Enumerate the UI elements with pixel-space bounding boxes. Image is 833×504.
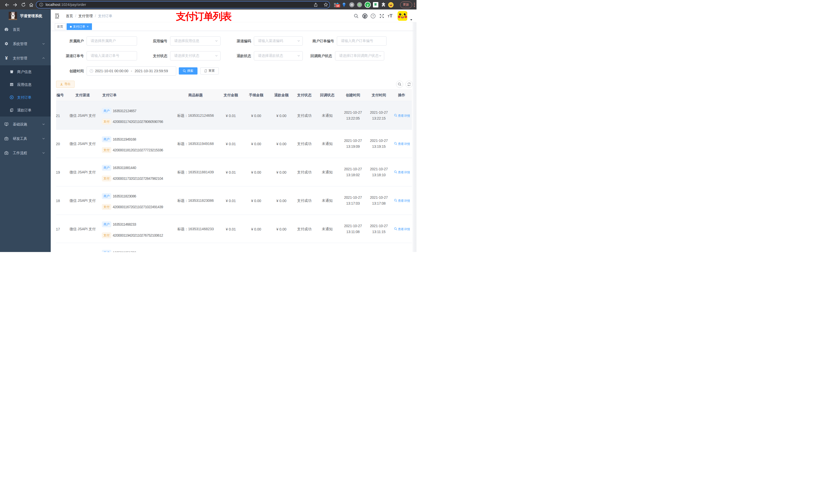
svg-text:y: y xyxy=(366,3,368,7)
svg-text:⌘: ⌘ xyxy=(350,3,353,7)
svg-text:?: ? xyxy=(372,14,374,18)
svg-text:¥: ¥ xyxy=(11,96,12,99)
